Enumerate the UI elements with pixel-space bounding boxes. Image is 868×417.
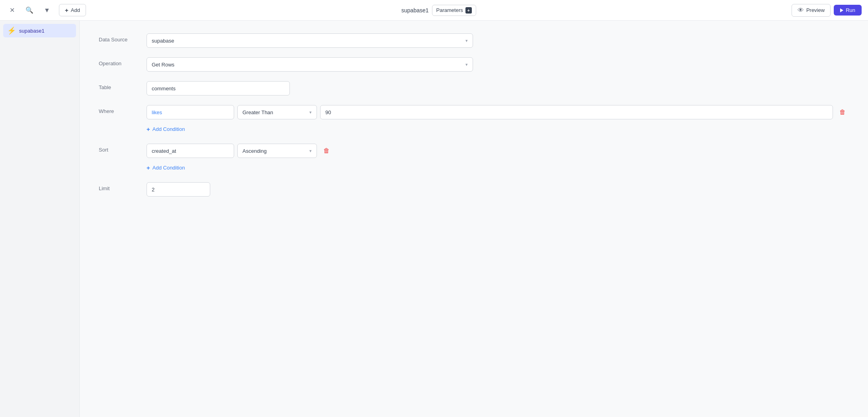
limit-row: Limit [99, 182, 849, 197]
where-row: Where Greater Than ▾ 🗑 + Add Condition [99, 105, 849, 134]
operation-chevron-icon: ▾ [465, 62, 468, 67]
operation-row: Operation Get Rows ▾ [99, 57, 849, 72]
sort-control: Ascending ▾ 🗑 + Add Condition [147, 144, 849, 173]
data-source-select[interactable]: supabase ▾ [147, 33, 473, 48]
where-add-condition-button[interactable]: + Add Condition [147, 124, 185, 134]
table-control [147, 81, 849, 95]
sort-row: Sort Ascending ▾ 🗑 + Add Condition [99, 144, 849, 173]
topbar-center: supabase1 Parameters + [91, 5, 787, 16]
where-operator-chevron-icon: ▾ [309, 110, 312, 115]
where-delete-button[interactable]: 🗑 [836, 106, 849, 119]
main-layout: ⚡ supabase1 Data Source supabase ▾ Opera… [0, 21, 868, 417]
where-value-input[interactable] [320, 105, 833, 119]
where-field-input[interactable] [147, 105, 234, 119]
add-button[interactable]: + Add [59, 4, 86, 16]
sort-field-input[interactable] [147, 144, 234, 158]
sort-delete-button[interactable]: 🗑 [320, 144, 333, 157]
where-control: Greater Than ▾ 🗑 + Add Condition [147, 105, 849, 134]
sort-order-select[interactable]: Ascending ▾ [237, 144, 317, 158]
collapse-icon[interactable]: ✕ [6, 5, 18, 16]
table-label: Table [99, 81, 147, 90]
where-add-plus-icon: + [147, 126, 150, 133]
data-source-label: Data Source [99, 33, 147, 43]
tab-title: supabase1 [401, 7, 429, 14]
limit-label: Limit [99, 182, 147, 191]
operation-value: Get Rows [152, 62, 174, 68]
sort-add-condition-label: Add Condition [152, 165, 185, 171]
data-source-chevron-icon: ▾ [465, 38, 468, 43]
add-plus-icon: + [65, 7, 68, 14]
sidebar: ⚡ supabase1 [0, 21, 80, 417]
sort-add-plus-icon: + [147, 164, 150, 171]
operation-label: Operation [99, 57, 147, 66]
preview-label: Preview [806, 7, 825, 13]
add-label: Add [71, 7, 80, 13]
sort-add-condition-button[interactable]: + Add Condition [147, 163, 185, 173]
supabase-icon: ⚡ [7, 26, 16, 35]
filter-icon[interactable]: ▼ [41, 5, 53, 16]
table-input[interactable] [147, 81, 290, 95]
where-operator-value: Greater Than [242, 109, 273, 115]
params-label: Parameters [436, 7, 463, 13]
table-row: Table [99, 81, 849, 95]
sort-condition-row: Ascending ▾ 🗑 [147, 144, 849, 158]
sort-order-chevron-icon: ▾ [309, 148, 312, 154]
topbar: ✕ 🔍 ▼ + Add supabase1 Parameters + 👁 Pre… [0, 0, 868, 21]
data-source-control: supabase ▾ [147, 33, 849, 48]
preview-button[interactable]: 👁 Preview [792, 4, 831, 17]
data-source-value: supabase [152, 38, 174, 44]
run-button[interactable]: Run [834, 5, 862, 16]
topbar-left: ✕ 🔍 ▼ + Add [6, 4, 86, 16]
eye-icon: 👁 [798, 7, 804, 14]
where-condition-row: Greater Than ▾ 🗑 [147, 105, 849, 119]
limit-input[interactable] [147, 182, 210, 197]
sort-label: Sort [99, 144, 147, 153]
content-area: Data Source supabase ▾ Operation Get Row… [80, 21, 868, 417]
operation-select[interactable]: Get Rows ▾ [147, 57, 473, 72]
parameters-button[interactable]: Parameters + [432, 5, 476, 16]
sidebar-item-label: supabase1 [19, 28, 45, 34]
search-icon[interactable]: 🔍 [24, 5, 35, 16]
where-label: Where [99, 105, 147, 114]
sidebar-item-supabase1[interactable]: ⚡ supabase1 [3, 24, 76, 37]
where-operator-select[interactable]: Greater Than ▾ [237, 105, 317, 119]
topbar-right: 👁 Preview Run [792, 4, 862, 17]
where-add-condition-label: Add Condition [152, 126, 185, 132]
limit-control [147, 182, 849, 197]
sort-order-value: Ascending [242, 148, 267, 154]
app: ✕ 🔍 ▼ + Add supabase1 Parameters + 👁 Pre… [0, 0, 868, 417]
data-source-row: Data Source supabase ▾ [99, 33, 849, 48]
run-triangle-icon [840, 8, 843, 12]
params-plus-icon: + [465, 7, 472, 14]
run-label: Run [846, 7, 855, 13]
operation-control: Get Rows ▾ [147, 57, 849, 72]
